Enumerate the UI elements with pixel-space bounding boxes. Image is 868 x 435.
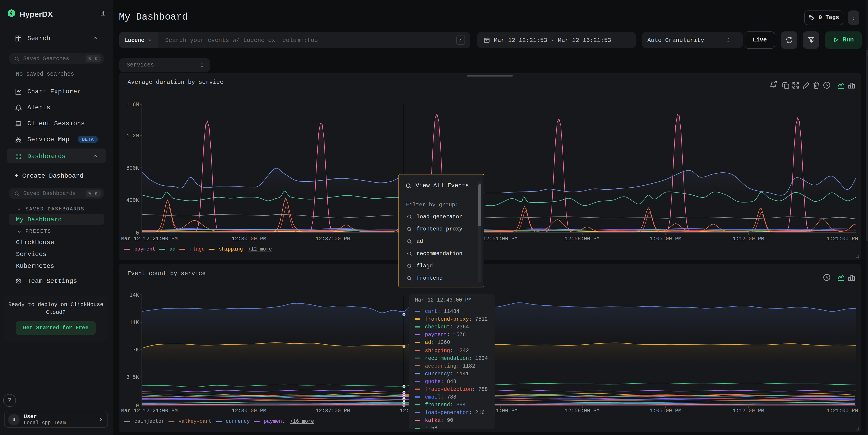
svg-text:1:12:00 PM: 1:12:00 PM bbox=[733, 236, 764, 242]
svg-text:7K: 7K bbox=[132, 347, 139, 353]
svg-text:14K: 14K bbox=[130, 292, 139, 298]
svg-text:12:58:00 PM: 12:58:00 PM bbox=[565, 408, 599, 414]
svg-text:0: 0 bbox=[136, 230, 139, 236]
svg-text:1:05:00 PM: 1:05:00 PM bbox=[650, 236, 681, 242]
svg-text:1:21:00 PM: 1:21:00 PM bbox=[827, 236, 858, 242]
svg-text:Mar 12 12:21:00 PM: Mar 12 12:21:00 PM bbox=[121, 236, 178, 242]
svg-text:12:37:00 PM: 12:37:00 PM bbox=[316, 408, 350, 414]
svg-text:400K: 400K bbox=[126, 197, 139, 204]
svg-text:11K: 11K bbox=[130, 320, 139, 326]
svg-text:12:30:00 PM: 12:30:00 PM bbox=[232, 408, 267, 414]
svg-text:Mar 12 12:21:00 PM: Mar 12 12:21:00 PM bbox=[121, 408, 178, 414]
svg-text:1.6M: 1.6M bbox=[126, 102, 139, 108]
svg-text:1:21:00 PM: 1:21:00 PM bbox=[827, 408, 858, 414]
svg-text:1:05:00 PM: 1:05:00 PM bbox=[650, 408, 681, 414]
svg-text:1:12:00 PM: 1:12:00 PM bbox=[733, 408, 764, 414]
svg-text:800K: 800K bbox=[126, 165, 139, 171]
svg-text:12:37:00 PM: 12:37:00 PM bbox=[316, 236, 350, 242]
svg-text:1.2M: 1.2M bbox=[126, 133, 139, 139]
svg-text:3.5K: 3.5K bbox=[126, 374, 139, 380]
svg-text:12:51:00 PM: 12:51:00 PM bbox=[483, 236, 518, 242]
svg-text:12:58:00 PM: 12:58:00 PM bbox=[565, 236, 599, 242]
svg-text:12:30:00 PM: 12:30:00 PM bbox=[232, 236, 267, 242]
